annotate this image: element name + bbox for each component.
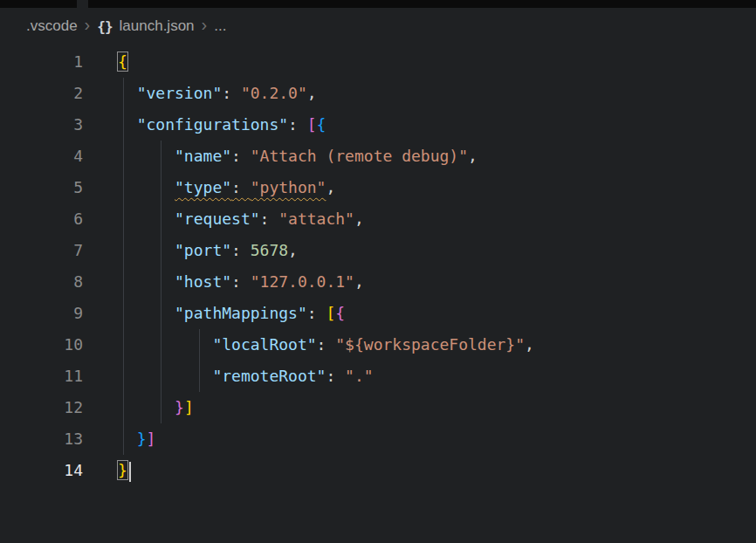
token: : <box>222 84 241 102</box>
indent-guide <box>123 109 124 141</box>
line-number[interactable]: 2 <box>0 78 83 109</box>
breadcrumb: .vscode › {} launch.json › ... <box>0 8 756 45</box>
indent-guide <box>123 235 124 266</box>
token: , <box>354 210 364 228</box>
line-number[interactable]: 9 <box>0 298 83 329</box>
matched-bracket: } <box>118 461 127 479</box>
token: "pathMappings" <box>175 304 307 322</box>
tab-divider <box>77 0 88 8</box>
token: "host" <box>175 272 231 291</box>
line-number[interactable]: 3 <box>0 109 83 141</box>
token: , <box>326 178 335 196</box>
token: : <box>231 272 251 291</box>
token: : <box>231 241 251 259</box>
line-number[interactable]: 5 <box>0 172 83 203</box>
code-line[interactable]: 13 }] <box>0 423 756 455</box>
code-text[interactable]: }] <box>118 392 756 423</box>
token: "attach" <box>278 210 354 228</box>
window-top-strip <box>0 0 756 8</box>
code-text[interactable]: "configurations": [{ <box>118 109 756 141</box>
token: , <box>288 241 298 259</box>
code-lines: 1{2 "version": "0.2.0",3 "configurations… <box>0 46 756 486</box>
token: : <box>288 115 307 134</box>
line-number[interactable]: 14 <box>0 455 83 486</box>
breadcrumb-ellipsis[interactable]: ... <box>214 17 226 35</box>
code-line[interactable]: 3 "configurations": [{ <box>0 109 756 141</box>
indent-guide <box>123 361 124 392</box>
line-number[interactable]: 11 <box>0 361 83 392</box>
indent-guide <box>123 329 124 361</box>
indent-guide <box>161 172 162 203</box>
token: { <box>335 304 345 322</box>
code-text[interactable]: "request": "attach", <box>118 203 756 235</box>
code-line[interactable]: 12 }] <box>0 392 756 423</box>
line-number[interactable]: 4 <box>0 141 83 172</box>
chevron-right-icon: › <box>85 16 91 33</box>
code-text[interactable]: "name": "Attach (remote debug)", <box>118 141 756 172</box>
indent-guide <box>199 329 200 361</box>
line-number[interactable]: 10 <box>0 329 83 361</box>
indent-guide <box>161 203 162 235</box>
token: "version" <box>137 84 223 102</box>
text-cursor <box>129 462 131 482</box>
token: : <box>326 367 345 385</box>
code-line[interactable]: 1{ <box>0 46 756 78</box>
breadcrumb-file[interactable]: launch.json <box>120 17 195 35</box>
token: [ <box>326 304 335 322</box>
code-text[interactable]: }] <box>118 423 756 455</box>
code-line[interactable]: 11 "remoteRoot": "." <box>0 361 756 392</box>
token: ] <box>147 430 156 448</box>
token: "port" <box>175 241 231 259</box>
line-number[interactable]: 7 <box>0 235 83 266</box>
token: "localRoot" <box>212 335 316 354</box>
line-number[interactable]: 8 <box>0 266 83 298</box>
code-line[interactable]: 9 "pathMappings": [{ <box>0 298 756 329</box>
token: "${workspaceFolder}" <box>335 335 525 354</box>
code-line[interactable]: 4 "name": "Attach (remote debug)", <box>0 141 756 172</box>
token: : <box>307 304 326 322</box>
token: 5678 <box>251 241 288 259</box>
token: "Attach (remote debug)" <box>251 147 468 165</box>
line-number[interactable]: 12 <box>0 392 83 423</box>
indent-guide <box>161 392 162 423</box>
indent-guide <box>123 203 124 235</box>
code-line[interactable]: 5 "type": "python", <box>0 172 756 203</box>
indent-guide <box>199 361 200 392</box>
token: , <box>525 335 534 354</box>
code-text[interactable]: "port": 5678, <box>118 235 756 266</box>
token: , <box>468 147 478 165</box>
indent-guide <box>123 298 124 329</box>
token: "configurations" <box>137 115 288 134</box>
indent-guide <box>123 172 124 203</box>
indent-guide <box>123 423 124 455</box>
code-line[interactable]: 8 "host": "127.0.0.1", <box>0 266 756 298</box>
token: "type" <box>175 178 231 196</box>
code-text[interactable]: } <box>118 455 756 486</box>
code-line[interactable]: 14} <box>0 455 756 486</box>
indent-guide <box>161 298 162 329</box>
code-text[interactable]: { <box>118 46 756 78</box>
code-line[interactable]: 6 "request": "attach", <box>0 203 756 235</box>
code-text[interactable]: "pathMappings": [{ <box>118 298 756 329</box>
token: , <box>307 84 317 102</box>
line-number[interactable]: 6 <box>0 203 83 235</box>
token: "0.2.0" <box>241 84 307 102</box>
indent-guide <box>123 78 124 109</box>
json-file-icon: {} <box>97 18 112 35</box>
code-text[interactable]: "remoteRoot": "." <box>118 361 756 392</box>
indent-guide <box>161 361 162 392</box>
code-text[interactable]: "localRoot": "${workspaceFolder}", <box>118 329 756 361</box>
indent-guide <box>123 266 124 298</box>
code-line[interactable]: 7 "port": 5678, <box>0 235 756 266</box>
code-text[interactable]: "host": "127.0.0.1", <box>118 266 756 298</box>
code-text[interactable]: "type": "python", <box>118 172 756 203</box>
code-text[interactable]: "version": "0.2.0", <box>118 78 756 109</box>
code-line[interactable]: 2 "version": "0.2.0", <box>0 78 756 109</box>
code-line[interactable]: 10 "localRoot": "${workspaceFolder}", <box>0 329 756 361</box>
line-number[interactable]: 1 <box>0 46 83 78</box>
breadcrumb-folder[interactable]: .vscode <box>26 17 78 35</box>
token: "." <box>345 367 374 385</box>
line-number[interactable]: 13 <box>0 423 83 455</box>
indent-guide <box>123 392 124 423</box>
token: , <box>354 272 364 291</box>
